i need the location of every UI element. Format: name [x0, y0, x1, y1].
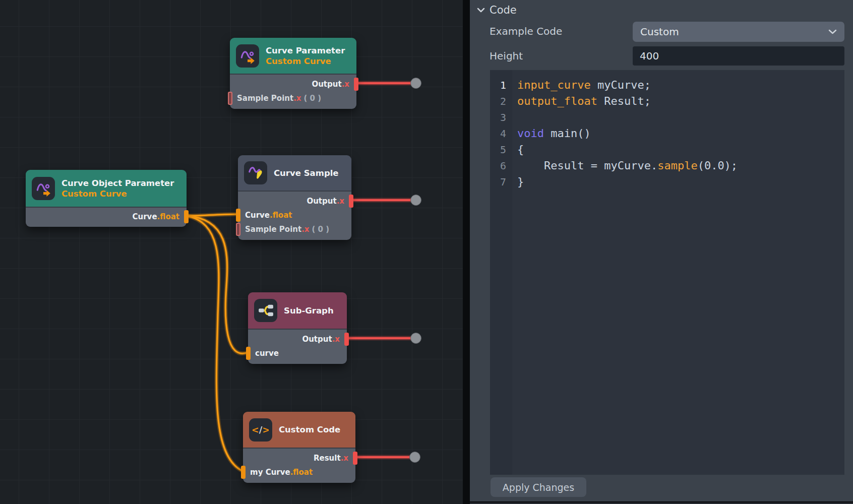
- input-port-curve[interactable]: [246, 347, 251, 360]
- curve-sample-icon: [244, 161, 267, 184]
- height-label: Height: [490, 50, 523, 62]
- output-port[interactable]: [354, 78, 358, 91]
- output-port-result[interactable]: [353, 452, 357, 465]
- port-row-my-curve: my Curve.float: [243, 465, 355, 479]
- code-inspector-panel: Code Example Code Custom Height 400 1inp…: [470, 0, 853, 504]
- wire-end-dot: [411, 195, 421, 206]
- port-row-curve: Curve.float: [26, 210, 187, 224]
- code-text: [512, 109, 517, 125]
- code-line: 4void main(): [490, 125, 844, 142]
- input-port-sample-point[interactable]: [228, 92, 232, 105]
- code-lines: 1input_curve myCurve;2output_float Resul…: [490, 77, 844, 190]
- dropdown-value: Custom: [640, 26, 679, 38]
- code-line: 7}: [490, 174, 844, 190]
- example-code-dropdown[interactable]: Custom: [633, 22, 844, 42]
- code-section-header[interactable]: Code: [477, 4, 517, 16]
- curve-object-parameter-icon: [32, 177, 55, 200]
- code-text: {: [512, 142, 524, 158]
- section-title: Code: [490, 4, 517, 16]
- code-line: 5{: [490, 142, 844, 158]
- chevron-down-icon: [828, 29, 837, 34]
- line-number: 6: [490, 158, 512, 174]
- port-row-output: Output.x: [248, 332, 347, 346]
- chevron-down-icon: [477, 8, 485, 13]
- output-port[interactable]: [344, 333, 349, 346]
- code-line: 3: [490, 109, 844, 125]
- node-sub-graph[interactable]: Sub-Graph Output.x curve: [248, 292, 347, 364]
- curve-parameter-icon: [236, 44, 259, 68]
- code-line: 1input_curve myCurve;: [490, 77, 844, 93]
- line-number: 5: [490, 142, 512, 158]
- code-text: input_curve myCurve;: [512, 77, 651, 93]
- code-text: }: [512, 174, 524, 190]
- node-title: Curve Object Parameter: [62, 178, 174, 188]
- node-subtitle: Custom Curve: [266, 56, 345, 67]
- node-curve-sample[interactable]: Curve Sample Output.x Curve.float Sample…: [238, 155, 351, 240]
- node-subtitle: Custom Curve: [62, 188, 174, 199]
- node-curve-object-parameter[interactable]: Curve Object Parameter Custom Curve Curv…: [26, 170, 187, 227]
- sub-graph-icon: [254, 299, 277, 322]
- wire-end-dot: [410, 452, 420, 463]
- port-row-result: Result.x: [243, 451, 355, 465]
- node-title: Curve Sample: [274, 168, 339, 178]
- input-port-curve[interactable]: [236, 209, 240, 222]
- port-row-output: Output.x: [230, 77, 356, 91]
- height-value: 400: [640, 50, 659, 62]
- line-number: 3: [490, 109, 512, 125]
- node-title: Custom Code: [279, 424, 340, 435]
- code-text: void main(): [512, 125, 591, 142]
- port-row-curve: curve: [248, 346, 347, 360]
- output-port[interactable]: [349, 195, 353, 208]
- input-port-sample-point[interactable]: [236, 223, 240, 236]
- example-code-label: Example Code: [490, 25, 562, 37]
- output-port-curve[interactable]: [184, 210, 189, 223]
- wire-end-dot: [411, 78, 421, 89]
- apply-changes-button[interactable]: Apply Changes: [491, 477, 586, 497]
- port-row-sample-point: Sample Point.x( 0 ): [238, 222, 351, 236]
- port-row-curve: Curve.float: [238, 208, 351, 222]
- line-number: 7: [490, 174, 512, 190]
- wire-curve-to-customcode: [186, 216, 243, 471]
- line-number: 2: [490, 93, 512, 109]
- port-row-output: Output.x: [238, 194, 351, 208]
- node-custom-code[interactable]: </> Custom Code Result.x my Curve.float: [243, 412, 355, 483]
- code-line: 6 Result = myCurve.sample(0.0);: [490, 158, 844, 174]
- input-port-my-curve[interactable]: [241, 466, 246, 479]
- node-title: Curve Parameter: [266, 45, 345, 56]
- line-number: 4: [490, 125, 512, 142]
- node-graph-editor: Curve Parameter Custom Curve Output.x Sa…: [0, 0, 853, 504]
- node-title: Sub-Graph: [284, 305, 334, 316]
- graph-canvas[interactable]: Curve Parameter Custom Curve Output.x Sa…: [0, 0, 463, 504]
- line-number: 1: [490, 77, 512, 93]
- code-line: 2output_float Result;: [490, 93, 844, 109]
- panel-divider[interactable]: [463, 0, 470, 504]
- node-curve-parameter[interactable]: Curve Parameter Custom Curve Output.x Sa…: [230, 38, 356, 109]
- height-input[interactable]: 400: [633, 46, 844, 66]
- svg-text:</>: </>: [253, 424, 269, 435]
- port-row-sample-point: Sample Point.x( 0 ): [230, 91, 356, 105]
- wire-curve-to-sample: [186, 214, 238, 216]
- code-text: Result = myCurve.sample(0.0);: [512, 158, 738, 174]
- code-text: output_float Result;: [512, 93, 651, 109]
- custom-code-icon: </>: [249, 418, 272, 442]
- wire-end-dot: [411, 333, 421, 344]
- code-editor[interactable]: 1input_curve myCurve;2output_float Resul…: [490, 70, 844, 475]
